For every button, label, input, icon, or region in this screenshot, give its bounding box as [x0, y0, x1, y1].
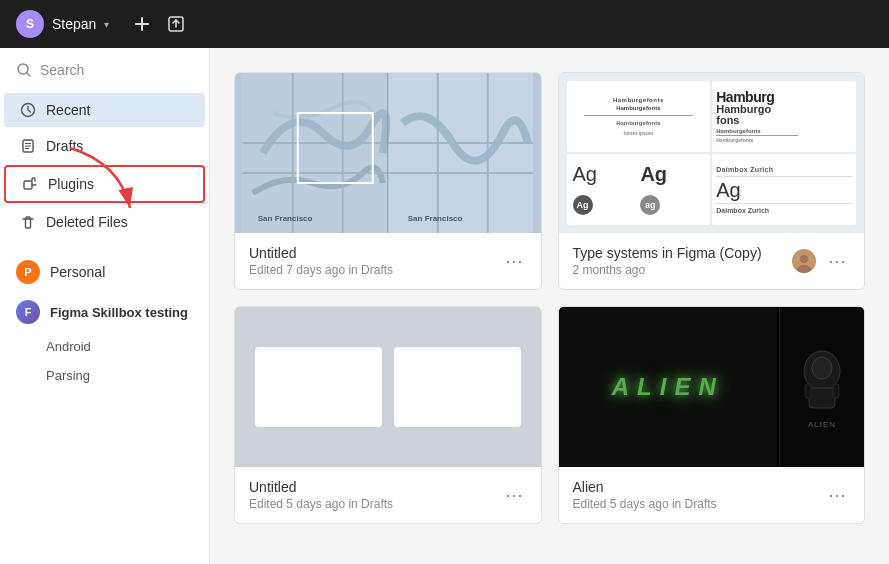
main-content: San Francisco San Francisco — [210, 48, 889, 564]
file-card-untitled-2[interactable]: Untitled Edited 5 days ago in Drafts ⋯ — [234, 306, 542, 524]
file-thumbnail-empty — [235, 307, 541, 467]
username-label: Stepan — [52, 16, 96, 32]
more-options-button[interactable]: ⋯ — [824, 482, 850, 508]
file-name: Untitled — [249, 479, 393, 495]
file-card-untitled-1[interactable]: San Francisco San Francisco — [234, 72, 542, 290]
alien-title: ALIEN — [612, 373, 724, 401]
more-options-button[interactable]: ⋯ — [501, 248, 527, 274]
svg-point-34 — [812, 357, 832, 379]
owner-avatar — [792, 249, 816, 273]
personal-label: Personal — [50, 264, 105, 280]
svg-point-32 — [797, 265, 811, 273]
alien-main-panel: ALIEN — [559, 307, 778, 467]
search-label: Search — [40, 62, 84, 78]
more-options-button[interactable]: ⋯ — [501, 482, 527, 508]
skillbox-avatar: F — [16, 300, 40, 324]
map-visual: San Francisco San Francisco — [235, 73, 541, 233]
file-info-alien: Alien Edited 5 days ago in Drafts ⋯ — [559, 467, 865, 523]
drafts-label: Drafts — [46, 138, 83, 154]
file-actions: ⋯ — [792, 248, 850, 274]
plugins-icon — [22, 176, 38, 192]
file-thumbnail-alien: ALIEN ALIE — [559, 307, 865, 467]
android-label: Android — [46, 339, 91, 354]
file-name: Alien — [573, 479, 717, 495]
type-sub-4: Daimbox Zurich Ag Daimbox Zurich — [712, 154, 856, 225]
file-thumbnail-typography: Hamburgefonts Hamburgefonts Hamburgefont… — [559, 73, 865, 233]
clock-icon — [20, 102, 36, 118]
trash-icon — [20, 214, 36, 230]
main-layout: Search Recent Drafts — [0, 48, 889, 564]
deleted-label: Deleted Files — [46, 214, 128, 230]
user-avatar: S — [16, 10, 44, 38]
topbar: S Stepan ▾ — [0, 0, 889, 48]
type-sub-1: Hamburgefonts Hamburgefonts Hamburgefont… — [567, 81, 711, 152]
drafts-icon — [20, 138, 36, 154]
file-meta: Untitled Edited 5 days ago in Drafts — [249, 479, 393, 511]
file-actions: ⋯ — [501, 248, 527, 274]
topbar-actions — [129, 11, 189, 37]
file-card-alien[interactable]: ALIEN ALIE — [558, 306, 866, 524]
file-name: Type systems in Figma (Copy) — [573, 245, 762, 261]
search-icon — [16, 62, 32, 78]
file-name: Untitled — [249, 245, 393, 261]
sidebar-item-personal[interactable]: P Personal — [0, 252, 209, 292]
file-date: 2 months ago — [573, 263, 762, 277]
alien-side-label: ALIEN — [808, 420, 836, 429]
svg-point-31 — [800, 255, 808, 263]
sidebar-item-figma-skillbox[interactable]: F Figma Skillbox testing — [0, 292, 209, 332]
new-file-button[interactable] — [129, 11, 155, 37]
sidebar-item-deleted[interactable]: Deleted Files — [4, 205, 205, 239]
file-info-type-systems: Type systems in Figma (Copy) 2 months ag… — [559, 233, 865, 289]
file-thumbnail-map: San Francisco San Francisco — [235, 73, 541, 233]
alien-side-content: ALIEN — [797, 346, 847, 429]
empty-frame-2 — [394, 347, 521, 427]
file-date: Edited 5 days ago in Drafts — [249, 497, 393, 511]
type-sub-2: Hamburg Hamburgofons Hamburgefonts Hambu… — [712, 81, 856, 152]
svg-rect-37 — [833, 384, 839, 398]
search-bar[interactable]: Search — [0, 48, 209, 92]
sidebar-item-drafts[interactable]: Drafts — [4, 129, 205, 163]
more-options-button[interactable]: ⋯ — [824, 248, 850, 274]
sidebar-nav: Recent Drafts Plugins — [0, 92, 209, 240]
file-info-untitled-2: Untitled Edited 5 days ago in Drafts ⋯ — [235, 467, 541, 523]
plugins-label: Plugins — [48, 176, 94, 192]
user-menu[interactable]: S Stepan ▾ — [16, 10, 109, 38]
sidebar-item-android[interactable]: Android — [0, 332, 209, 361]
file-date: Edited 5 days ago in Drafts — [573, 497, 717, 511]
svg-line-6 — [27, 73, 30, 76]
alien-side-panel: ALIEN — [779, 307, 864, 467]
figma-skillbox-section: F Figma Skillbox testing Android Parsing — [0, 292, 209, 390]
svg-rect-12 — [24, 181, 32, 189]
sidebar-item-plugins[interactable]: Plugins — [4, 165, 205, 203]
file-meta: Type systems in Figma (Copy) 2 months ag… — [573, 245, 762, 277]
parsing-label: Parsing — [46, 368, 90, 383]
personal-section: P Personal — [0, 252, 209, 292]
svg-rect-36 — [805, 384, 811, 398]
file-actions: ⋯ — [824, 482, 850, 508]
personal-avatar: P — [16, 260, 40, 284]
recent-label: Recent — [46, 102, 90, 118]
user-chevron-icon: ▾ — [104, 19, 109, 30]
file-meta: Alien Edited 5 days ago in Drafts — [573, 479, 717, 511]
sidebar-item-recent[interactable]: Recent — [4, 93, 205, 127]
skillbox-label: Figma Skillbox testing — [50, 305, 188, 320]
sidebar: Search Recent Drafts — [0, 48, 210, 564]
file-info-untitled-1: Untitled Edited 7 days ago in Drafts ⋯ — [235, 233, 541, 289]
files-grid: San Francisco San Francisco — [234, 72, 865, 524]
file-meta: Untitled Edited 7 days ago in Drafts — [249, 245, 393, 277]
svg-text:San Francisco: San Francisco — [258, 214, 313, 223]
import-button[interactable] — [163, 11, 189, 37]
sidebar-item-parsing[interactable]: Parsing — [0, 361, 209, 390]
file-card-type-systems[interactable]: Hamburgefonts Hamburgefonts Hamburgefont… — [558, 72, 866, 290]
empty-frame-1 — [255, 347, 382, 427]
svg-text:San Francisco: San Francisco — [408, 214, 463, 223]
svg-rect-35 — [809, 388, 835, 408]
type-sub-3: Ag Ag Ag ag — [567, 154, 711, 225]
file-actions: ⋯ — [501, 482, 527, 508]
file-date: Edited 7 days ago in Drafts — [249, 263, 393, 277]
